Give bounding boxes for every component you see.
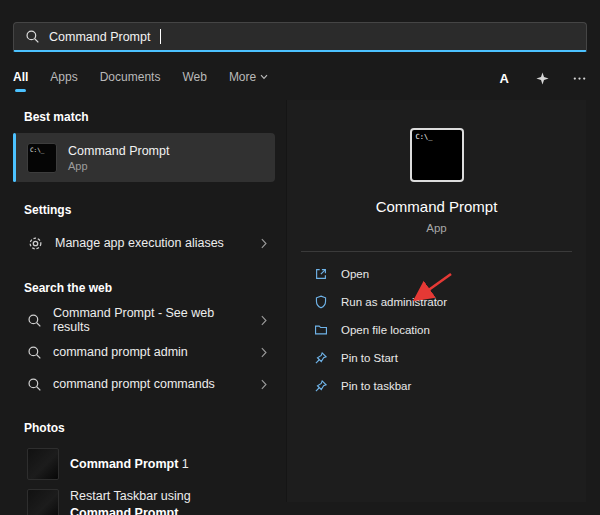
account-avatar[interactable]: A [500,71,513,92]
tab-web[interactable]: Web [182,70,206,92]
web-result-label: command prompt admin [53,345,188,359]
photo-result-item[interactable]: Command Prompt 1 [13,444,275,484]
best-match-meta: Command Prompt App [68,144,169,172]
web-result-label: Command Prompt - See web results [53,306,250,334]
shield-icon [314,295,328,309]
search-icon [27,313,42,328]
results-list: Best match C:\_ Command Prompt App Setti… [13,102,275,515]
action-open[interactable]: Open [287,260,586,288]
section-heading-best-match: Best match [24,110,275,124]
action-label: Open [341,268,369,280]
best-match-subtitle: App [68,160,169,172]
photo-result-item[interactable]: Restart Taskbar using Command Prompt [13,484,275,515]
section-heading-web: Search the web [24,281,275,295]
section-heading-photos: Photos [24,421,275,435]
selection-accent-bar [13,133,16,182]
tab-all[interactable]: All [13,70,28,92]
open-icon [314,267,328,281]
photo-result-label: Command Prompt 1 [70,456,189,473]
action-label: Pin to taskbar [341,380,411,392]
preview-title: Command Prompt [287,198,586,215]
web-result-item[interactable]: Command Prompt - See web results [13,304,275,336]
preview-panel: C:\_ Command Prompt App Open Run as admi… [286,100,586,502]
filter-tabs: All Apps Documents Web More A [13,68,587,94]
command-prompt-icon-large: C:\_ [410,128,464,182]
settings-result-item[interactable]: Manage app execution aliases [13,226,275,260]
action-label: Open file location [341,324,430,336]
action-label: Run as administrator [341,296,447,308]
best-match-item[interactable]: C:\_ Command Prompt App [13,133,275,182]
web-result-item[interactable]: command prompt commands [13,368,275,400]
web-result-item[interactable]: command prompt admin [13,336,275,368]
web-result-label: command prompt commands [53,377,215,391]
panel-divider [301,251,572,252]
settings-gear-icon [27,235,44,252]
chevron-right-icon [261,379,267,390]
search-highlights-icon[interactable] [535,71,550,92]
settings-result-label: Manage app execution aliases [55,236,224,250]
action-run-as-administrator[interactable]: Run as administrator [287,288,586,316]
chevron-down-icon [260,74,268,80]
action-pin-to-taskbar[interactable]: Pin to taskbar [287,372,586,400]
folder-icon [314,323,328,337]
search-icon [25,29,40,44]
search-bar[interactable]: Command Prompt [13,22,587,52]
section-heading-settings: Settings [24,203,275,217]
preview-subtitle: App [287,222,586,234]
chevron-right-icon [261,347,267,358]
search-icon [27,377,42,392]
action-open-file-location[interactable]: Open file location [287,316,586,344]
chevron-right-icon [261,315,267,326]
pin-icon [314,351,328,365]
search-icon [27,345,42,360]
pin-icon [314,379,328,393]
photo-result-label: Restart Taskbar using Command Prompt [70,488,252,515]
best-match-title: Command Prompt [68,144,169,158]
photo-thumbnail [27,489,59,515]
more-options-icon[interactable] [572,71,587,92]
action-pin-to-start[interactable]: Pin to Start [287,344,586,372]
chevron-right-icon [261,238,267,249]
start-search-window: Command Prompt All Apps Documents Web Mo… [0,0,600,515]
action-label: Pin to Start [341,352,398,364]
photo-thumbnail [27,448,59,480]
text-caret [160,29,161,44]
tab-apps[interactable]: Apps [50,70,77,92]
command-prompt-icon: C:\_ [27,143,57,173]
tab-documents[interactable]: Documents [100,70,161,92]
tab-more[interactable]: More [229,70,268,92]
search-input[interactable]: Command Prompt [49,30,150,44]
